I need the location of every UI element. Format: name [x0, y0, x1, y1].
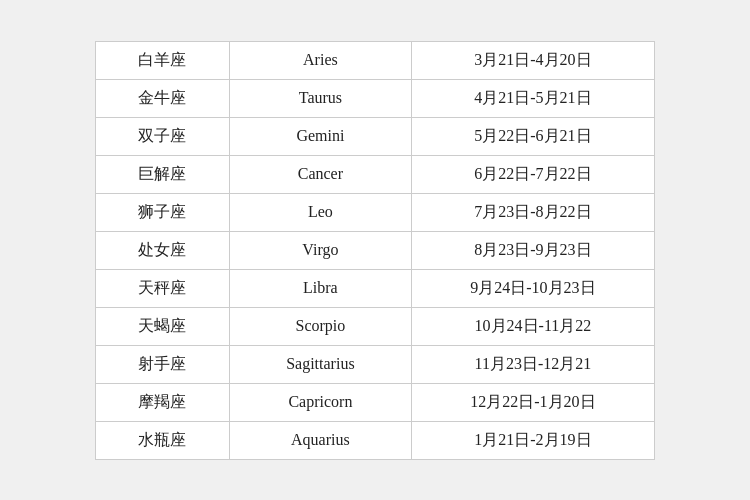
zodiac-dates: 7月23日-8月22日 — [411, 193, 654, 231]
zodiac-english: Virgo — [229, 231, 411, 269]
zodiac-chinese: 金牛座 — [96, 79, 229, 117]
zodiac-dates: 8月23日-9月23日 — [411, 231, 654, 269]
zodiac-dates: 10月24日-11月22 — [411, 307, 654, 345]
zodiac-table-container: 白羊座Aries3月21日-4月20日金牛座Taurus4月21日-5月21日双… — [95, 41, 655, 460]
zodiac-chinese: 处女座 — [96, 231, 229, 269]
table-row: 巨解座Cancer6月22日-7月22日 — [96, 155, 654, 193]
zodiac-dates: 4月21日-5月21日 — [411, 79, 654, 117]
table-row: 白羊座Aries3月21日-4月20日 — [96, 42, 654, 80]
zodiac-dates: 1月21日-2月19日 — [411, 421, 654, 459]
table-row: 水瓶座Aquarius1月21日-2月19日 — [96, 421, 654, 459]
zodiac-dates: 5月22日-6月21日 — [411, 117, 654, 155]
table-row: 处女座Virgo8月23日-9月23日 — [96, 231, 654, 269]
table-row: 金牛座Taurus4月21日-5月21日 — [96, 79, 654, 117]
zodiac-chinese: 天蝎座 — [96, 307, 229, 345]
zodiac-chinese: 水瓶座 — [96, 421, 229, 459]
zodiac-chinese: 狮子座 — [96, 193, 229, 231]
zodiac-dates: 6月22日-7月22日 — [411, 155, 654, 193]
zodiac-english: Scorpio — [229, 307, 411, 345]
zodiac-english: Taurus — [229, 79, 411, 117]
table-row: 摩羯座Capricorn12月22日-1月20日 — [96, 383, 654, 421]
table-row: 射手座Sagittarius11月23日-12月21 — [96, 345, 654, 383]
zodiac-chinese: 双子座 — [96, 117, 229, 155]
zodiac-english: Gemini — [229, 117, 411, 155]
zodiac-dates: 11月23日-12月21 — [411, 345, 654, 383]
zodiac-chinese: 天秤座 — [96, 269, 229, 307]
zodiac-dates: 3月21日-4月20日 — [411, 42, 654, 80]
zodiac-chinese: 摩羯座 — [96, 383, 229, 421]
zodiac-english: Libra — [229, 269, 411, 307]
zodiac-chinese: 射手座 — [96, 345, 229, 383]
zodiac-english: Capricorn — [229, 383, 411, 421]
table-row: 双子座Gemini5月22日-6月21日 — [96, 117, 654, 155]
table-row: 狮子座Leo7月23日-8月22日 — [96, 193, 654, 231]
table-row: 天秤座Libra9月24日-10月23日 — [96, 269, 654, 307]
zodiac-english: Aquarius — [229, 421, 411, 459]
zodiac-english: Leo — [229, 193, 411, 231]
zodiac-english: Sagittarius — [229, 345, 411, 383]
zodiac-dates: 9月24日-10月23日 — [411, 269, 654, 307]
table-row: 天蝎座Scorpio10月24日-11月22 — [96, 307, 654, 345]
zodiac-dates: 12月22日-1月20日 — [411, 383, 654, 421]
zodiac-chinese: 巨解座 — [96, 155, 229, 193]
zodiac-english: Cancer — [229, 155, 411, 193]
zodiac-table: 白羊座Aries3月21日-4月20日金牛座Taurus4月21日-5月21日双… — [96, 42, 654, 459]
zodiac-chinese: 白羊座 — [96, 42, 229, 80]
zodiac-english: Aries — [229, 42, 411, 80]
